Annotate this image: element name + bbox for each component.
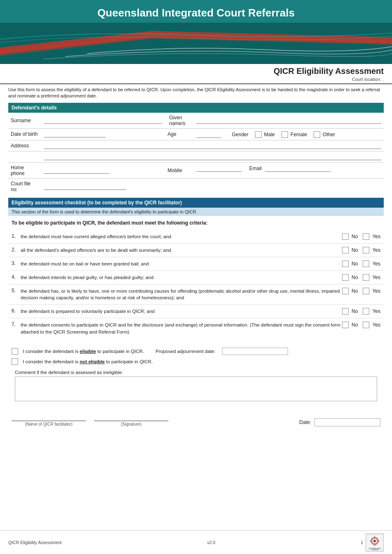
defendant-section-header: Defendant's details xyxy=(8,103,384,113)
svg-text:COURTS: COURTS xyxy=(371,549,378,551)
item-6-yes-label: Yes xyxy=(372,308,380,314)
list-item: 4. the defendant intends to plead guilty… xyxy=(8,271,384,284)
eligible-checkbox[interactable] xyxy=(12,348,18,355)
footer-center: v2.0 xyxy=(207,540,215,545)
age-input-cell: Gender Male Female Other xyxy=(194,129,384,140)
address-input-2[interactable] xyxy=(44,154,381,160)
court-location-value: . xyxy=(383,77,384,82)
male-checkbox[interactable]: Male xyxy=(255,131,275,138)
table-row: Date of birth Age Gender Male Female xyxy=(8,128,384,140)
age-input[interactable] xyxy=(196,131,221,138)
checklist-section-header: Eligibility assessment checklist (to be … xyxy=(8,198,384,208)
item-4-yes-box[interactable] xyxy=(363,274,369,281)
date-block: Date: xyxy=(299,418,380,426)
dob-input-cell xyxy=(41,128,165,140)
home-phone-input[interactable] xyxy=(44,167,110,174)
dob-input[interactable] xyxy=(44,131,106,137)
given-names-input[interactable] xyxy=(196,117,381,124)
proposed-date-input[interactable] xyxy=(222,348,288,355)
item-7-text: the defendant consents to participate in… xyxy=(21,322,342,335)
item-7-yes-box[interactable] xyxy=(363,322,369,328)
item-6-no-label: No xyxy=(352,308,358,314)
footer-right: 1 xyxy=(361,540,363,545)
eligible-text: I consider the defendant is eligible to … xyxy=(23,349,144,354)
item-6-num: 6. xyxy=(12,308,21,314)
court-location: Court location: . xyxy=(274,77,384,82)
item-1-no-box[interactable] xyxy=(342,233,349,240)
address-input[interactable] xyxy=(44,142,381,149)
item-1-yes-box[interactable] xyxy=(363,233,369,240)
eligible-post: to participate in QICR. xyxy=(96,349,144,354)
item-4-options: No Yes xyxy=(342,274,380,281)
signature-row: (Name of QICR facilitator) (Signature) D… xyxy=(8,405,384,428)
not-eligible-post: to participate in QICR. xyxy=(105,359,153,364)
mobile-label: Mobile xyxy=(165,162,194,178)
footer-right-block: 1 QUEENSLAND COURTS xyxy=(361,533,384,552)
table-row: Home phone Mobile Email xyxy=(8,162,384,178)
item-2-yes-label: Yes xyxy=(372,247,380,253)
mobile-input[interactable] xyxy=(196,165,242,172)
court-file-input[interactable] xyxy=(44,183,126,190)
table-row: Surname Given name/s xyxy=(8,113,384,129)
name-caption: (Name of QICR facilitator) xyxy=(25,422,72,426)
eligible-row: I consider the defendant is eligible to … xyxy=(12,348,380,355)
court-file-label: Court file no: xyxy=(8,178,41,194)
item-5-yes-box[interactable] xyxy=(363,288,369,294)
email-label: Email xyxy=(249,166,262,171)
other-checkbox[interactable]: Other xyxy=(314,131,335,138)
dob-label: Date of birth xyxy=(8,128,41,140)
item-6-options: No Yes xyxy=(342,308,380,315)
checklist-subtext: This section of the form is used to dete… xyxy=(8,208,384,216)
female-box[interactable] xyxy=(281,131,288,138)
surname-label: Surname xyxy=(8,113,41,129)
given-names-input-cell xyxy=(194,113,384,129)
address-input-cell-2 xyxy=(41,151,384,162)
item-3-yes-label: Yes xyxy=(372,261,380,267)
email-input[interactable] xyxy=(265,165,331,172)
footer: QICR Eligibility Assessment v2.0 1 QUEEN… xyxy=(0,530,392,554)
list-item: 1. the defendant must have current alleg… xyxy=(8,230,384,244)
item-3-no-label: No xyxy=(352,261,358,267)
item-7-no-box[interactable] xyxy=(342,322,349,328)
item-2-options: No Yes xyxy=(342,247,380,253)
item-1-no-label: No xyxy=(352,234,358,239)
name-block: (Name of QICR facilitator) xyxy=(12,413,86,426)
item-2-text: all the defendant's alleged offence/s ar… xyxy=(21,247,342,253)
item-7-options: No Yes xyxy=(342,322,380,328)
other-box[interactable] xyxy=(314,131,320,138)
item-5-no-box[interactable] xyxy=(342,288,349,294)
item-6-no-box[interactable] xyxy=(342,308,349,315)
not-eligible-row: I consider the defendant is not eligible… xyxy=(12,358,380,365)
waves-decoration xyxy=(0,23,392,64)
item-3-num: 3. xyxy=(12,260,21,266)
surname-input[interactable] xyxy=(44,117,163,124)
age-label: Age xyxy=(165,128,194,140)
comment-box[interactable] xyxy=(15,376,377,401)
female-checkbox[interactable]: Female xyxy=(281,131,307,138)
item-6-text: the defendant is prepared to voluntarily… xyxy=(21,308,342,315)
male-box[interactable] xyxy=(255,131,262,138)
address-input-cell xyxy=(41,140,384,151)
item-2-num: 2. xyxy=(12,247,21,253)
header-banner: Queensland Integrated Court Referrals xyxy=(0,0,392,64)
other-label: Other xyxy=(323,132,335,137)
item-5-no-label: No xyxy=(352,288,358,294)
item-5-text: the defendant has, or is likely to have,… xyxy=(21,288,342,301)
not-eligible-checkbox[interactable] xyxy=(12,358,18,365)
item-4-no-box[interactable] xyxy=(342,274,349,281)
item-3-text: the defendant must be on bail or have be… xyxy=(21,260,342,267)
item-6-yes-box[interactable] xyxy=(363,308,369,315)
table-row: Court file no: xyxy=(8,178,384,194)
subheader-row: QICR Eligibility Assessment Court locati… xyxy=(0,64,392,84)
female-label: Female xyxy=(290,132,307,137)
date-input[interactable] xyxy=(314,418,380,426)
home-phone-label: Home phone xyxy=(8,162,41,178)
item-2-yes-box[interactable] xyxy=(363,247,369,253)
item-3-options: No Yes xyxy=(342,260,380,267)
item-2-no-box[interactable] xyxy=(342,247,349,253)
item-4-no-label: No xyxy=(352,275,358,280)
item-3-no-box[interactable] xyxy=(342,260,349,267)
item-3-yes-box[interactable] xyxy=(363,260,369,267)
list-item: 3. the defendant must be on bail or have… xyxy=(8,257,384,271)
item-1-num: 1. xyxy=(12,233,21,239)
